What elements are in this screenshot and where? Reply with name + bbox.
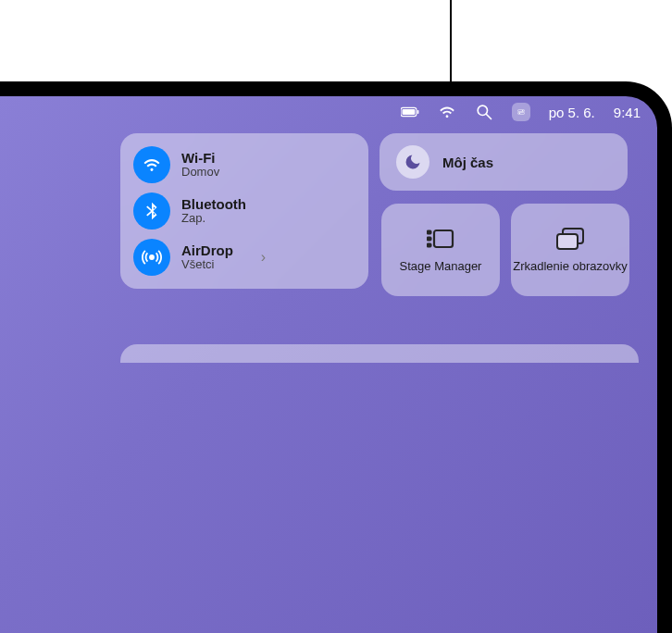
bluetooth-status: Zap. — [181, 212, 246, 226]
focus-title: Môj čas — [442, 155, 493, 170]
svg-rect-5 — [517, 110, 524, 112]
bluetooth-toggle-icon[interactable] — [133, 192, 170, 230]
device-frame: po 5. 6. 9:41 Wi-Fi Domov — [0, 81, 672, 633]
wifi-toggle-icon[interactable] — [133, 146, 170, 183]
stage-manager-icon — [427, 226, 454, 254]
screen-mirroring-tile[interactable]: Zrkadlenie obrazovky — [511, 204, 629, 296]
wifi-row[interactable]: Wi-Fi Domov — [133, 146, 354, 183]
svg-point-9 — [149, 254, 155, 260]
airdrop-text: AirDrop Všetci — [181, 242, 233, 272]
svg-rect-2 — [417, 110, 418, 114]
wifi-title: Wi-Fi — [181, 150, 219, 166]
bluetooth-text: Bluetooth Zap. — [181, 196, 246, 226]
stage-manager-label: Stage Manager — [400, 259, 482, 274]
svg-point-8 — [518, 113, 519, 114]
bluetooth-title: Bluetooth — [181, 196, 246, 212]
bluetooth-row[interactable]: Bluetooth Zap. — [133, 192, 354, 230]
svg-rect-11 — [427, 237, 431, 241]
menubar: po 5. 6. 9:41 — [0, 96, 657, 128]
screen-mirroring-label: Zrkadlenie obrazovky — [513, 259, 628, 274]
svg-line-4 — [486, 115, 491, 119]
airdrop-row[interactable]: AirDrop Všetci › — [133, 239, 354, 276]
svg-rect-13 — [434, 230, 453, 247]
svg-rect-1 — [402, 109, 415, 115]
svg-rect-7 — [517, 113, 524, 115]
svg-rect-15 — [557, 234, 578, 249]
airdrop-title: AirDrop — [181, 242, 233, 258]
wifi-text: Wi-Fi Domov — [181, 150, 219, 180]
small-tiles-row: Stage Manager Zrkadlenie obrazovky — [381, 204, 629, 296]
moon-icon — [396, 145, 429, 179]
menubar-time[interactable]: 9:41 — [614, 105, 641, 120]
screen-mirroring-icon — [556, 226, 584, 254]
svg-rect-10 — [427, 230, 431, 234]
partial-tile — [120, 344, 639, 363]
search-icon[interactable] — [475, 103, 493, 121]
screen: po 5. 6. 9:41 Wi-Fi Domov — [0, 96, 657, 633]
svg-point-6 — [522, 110, 523, 111]
wifi-icon[interactable] — [438, 103, 456, 121]
airdrop-toggle-icon[interactable] — [133, 239, 170, 276]
wifi-status: Domov — [181, 166, 219, 180]
battery-icon[interactable] — [401, 103, 419, 121]
control-center-icon[interactable] — [512, 103, 530, 121]
svg-rect-12 — [427, 243, 431, 247]
connectivity-tile: Wi-Fi Domov Bluetooth Zap. — [120, 133, 368, 289]
stage-manager-tile[interactable]: Stage Manager — [381, 204, 500, 296]
airdrop-status: Všetci — [181, 258, 233, 272]
focus-tile[interactable]: Môj čas — [380, 133, 628, 191]
chevron-right-icon[interactable]: › — [261, 249, 266, 266]
menubar-date[interactable]: po 5. 6. — [549, 105, 595, 120]
